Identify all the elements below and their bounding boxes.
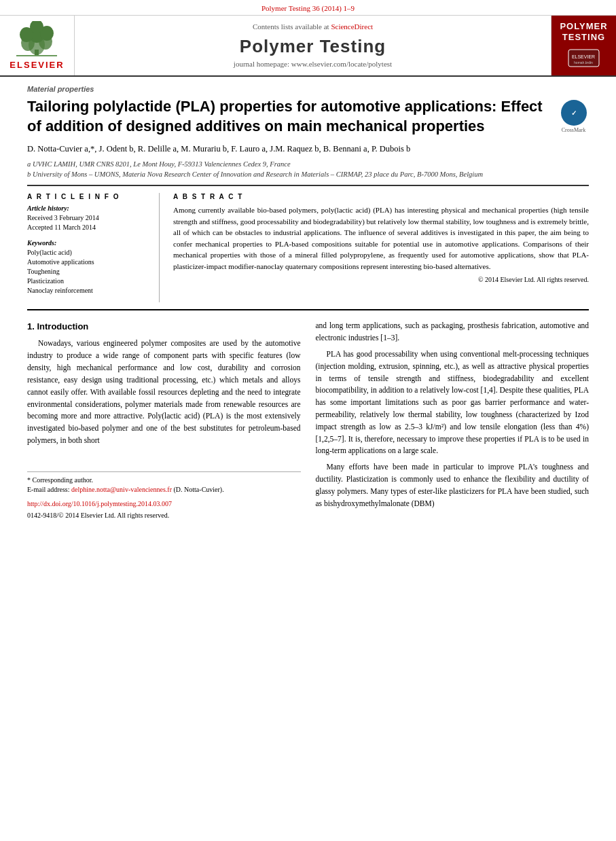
intro-heading: 1. Introduction	[27, 320, 301, 334]
keyword-3: Toughening	[27, 267, 149, 276]
abstract-text: Among currently available bio-based poly…	[173, 204, 589, 272]
category-label: Material properties	[27, 85, 589, 93]
intro-para-4: Many efforts have been made in particula…	[316, 461, 590, 509]
crossmark-badge: ✓ CrossMark	[558, 100, 589, 133]
top-bar: Polymer Testing 36 (2014) 1–9	[0, 0, 616, 16]
affiliations: a UVHC LAMIH, UMR CNRS 8201, Le Mont Hou…	[27, 160, 589, 179]
page-wrapper: Polymer Testing 36 (2014) 1–9	[0, 0, 616, 841]
article-header: Material properties Tailoring polylactid…	[0, 77, 616, 185]
keyword-2: Automotive applications	[27, 257, 149, 267]
body-col-right: and long term applications, such as pack…	[316, 320, 590, 520]
article-title: Tailoring polylactide (PLA) properties f…	[27, 97, 551, 136]
elsevier-brand-text: ELSEVIER	[10, 60, 64, 70]
elsevier-tree-icon	[13, 21, 60, 58]
body-col-left: 1. Introduction Nowadays, various engine…	[27, 320, 301, 520]
intro-para-2: and long term applications, such as pack…	[316, 320, 590, 344]
journal-title: Polymer Testing	[240, 36, 386, 57]
journal-badge: POLYMER TESTING ELSEVIER homah.brdin	[551, 16, 616, 75]
affiliation-b: b University of Mons – UMONS, Materia No…	[27, 170, 589, 180]
affiliation-a: a UVHC LAMIH, UMR CNRS 8201, Le Mont Hou…	[27, 160, 589, 170]
footer-note: * Corresponding author. E-mail address: …	[27, 471, 301, 495]
badge-line1: POLYMER TESTING	[560, 21, 607, 42]
doi-line[interactable]: http://dx.doi.org/10.1016/j.polymtesting…	[27, 499, 301, 509]
intro-para-1: Nowadays, various engineered polymer com…	[27, 338, 301, 446]
body-section: 1. Introduction Nowadays, various engine…	[0, 310, 616, 527]
keyword-1: Poly(lactic acid)	[27, 248, 149, 257]
email-link[interactable]: delphine.notta@univ-valenciennes.fr	[71, 486, 172, 493]
journal-homepage: journal homepage: www.elsevier.com/locat…	[234, 60, 392, 68]
keyword-5: Nanoclay reinforcement	[27, 286, 149, 296]
authors: D. Notta-Cuvier a,*, J. Odent b, R. Deli…	[27, 143, 589, 156]
accepted-date: Accepted 11 March 2014	[27, 223, 149, 232]
keyword-4: Plasticization	[27, 276, 149, 286]
received-date: Received 3 February 2014	[27, 213, 149, 223]
copyright-line: © 2014 Elsevier Ltd. All rights reserved…	[173, 276, 589, 283]
svg-text:homah.brdin: homah.brdin	[574, 60, 593, 65]
info-abstract-section: A R T I C L E I N F O Article history: R…	[0, 186, 616, 309]
corresponding-note: * Corresponding author.	[27, 476, 301, 485]
elsevier-logo-section: ELSEVIER	[0, 16, 75, 75]
journal-citation: Polymer Testing 36 (2014) 1–9	[261, 4, 355, 12]
footnote-area: * Corresponding author. E-mail address: …	[27, 451, 301, 495]
svg-rect-8	[16, 55, 57, 56]
article-info-column: A R T I C L E I N F O Article history: R…	[27, 193, 160, 302]
abstract-heading: A B S T R A C T	[173, 193, 589, 200]
email-note: E-mail address: delphine.notta@univ-vale…	[27, 485, 301, 495]
elsevier-logo: ELSEVIER	[10, 21, 64, 70]
svg-text:ELSEVIER: ELSEVIER	[572, 54, 595, 59]
header-area: ELSEVIER Contents lists available at Sci…	[0, 16, 616, 77]
keywords-label: Keywords:	[27, 239, 149, 247]
badge-logo-icon: ELSEVIER homah.brdin	[565, 46, 602, 70]
issn-line: 0142-9418/© 2014 Elsevier Ltd. All right…	[27, 510, 301, 521]
crossmark-icon: ✓	[561, 100, 587, 126]
article-title-row: Tailoring polylactide (PLA) properties f…	[27, 97, 589, 136]
history-label: Article history:	[27, 204, 149, 212]
keywords-section: Keywords: Poly(lactic acid) Automotive a…	[27, 239, 149, 296]
contents-available-line: Contents lists available at ScienceDirec…	[253, 22, 373, 31]
article-history-section: Article history: Received 3 February 201…	[27, 204, 149, 232]
sciencedirect-link[interactable]: ScienceDirect	[331, 22, 373, 31]
journal-header-main: Contents lists available at ScienceDirec…	[75, 16, 551, 75]
crossmark-label: CrossMark	[562, 127, 586, 133]
article-info-heading: A R T I C L E I N F O	[27, 193, 149, 200]
abstract-column: A B S T R A C T Among currently availabl…	[173, 193, 589, 302]
intro-para-3: PLA has good processability when using c…	[316, 348, 590, 457]
